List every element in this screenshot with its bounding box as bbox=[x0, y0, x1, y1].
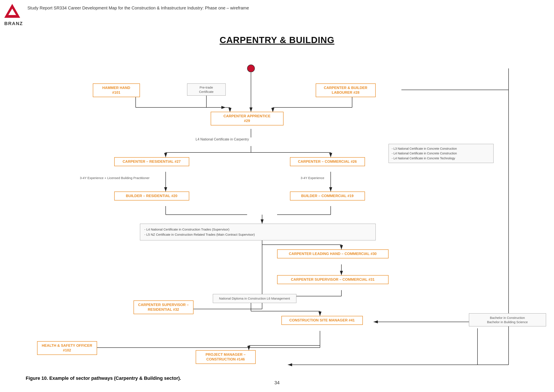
header-title: Study Report SR334 Career Development Ma… bbox=[28, 4, 249, 11]
health-safety-node: HEALTH & SAFETY OFFICER #102 bbox=[37, 341, 97, 355]
experience-34y-label: 3-4Y Experience bbox=[301, 176, 325, 180]
carpenter-residential-node: CARPENTER – RESIDENTIAL #27 bbox=[114, 157, 189, 166]
concrete-note: - L3 National Certificate in Concrete Co… bbox=[388, 144, 494, 163]
header: BRANZ Study Report SR334 Career Developm… bbox=[0, 0, 554, 26]
carpenter-apprentice-node: CARPENTER APPRENTICE #29 bbox=[211, 112, 284, 126]
arrows-svg bbox=[20, 52, 534, 369]
carpenter-supervisor-residential-node: CARPENTER SUPERVISOR – RESIDENTIAL #32 bbox=[133, 301, 194, 314]
bachelor-note-node: Bachelor in Construction Bachelor in Bui… bbox=[469, 313, 546, 326]
page-title: CARPENTRY & BUILDING bbox=[0, 35, 554, 45]
builder-residential-node: BUILDER – RESIDENTIAL #20 bbox=[114, 191, 189, 201]
national-diploma-node: National Diploma in Construction L6 Mana… bbox=[213, 294, 296, 303]
experience-licensed-label: 3-4Y Experience + Licensed Building Prac… bbox=[80, 176, 150, 180]
l4-national-label: L4 National Certificate in Carpentry bbox=[196, 137, 249, 141]
supervisor-cert-node: - L4 National Certificate in Constructio… bbox=[140, 224, 376, 240]
project-manager-node: PROJECT MANAGER – CONSTRUCTION #146 bbox=[196, 350, 256, 364]
carpenter-supervisor-commercial-node: CARPENTER SUPERVISOR – COMMERCIAL #31 bbox=[277, 275, 388, 284]
carpenter-leading-hand-node: CARPENTER LEADING HAND – COMMERCIAL #30 bbox=[277, 249, 388, 259]
logo-container: BRANZ bbox=[4, 4, 24, 26]
diagram-area: HAMMER HAND #101 Pre-trade Certificate C… bbox=[20, 52, 534, 369]
construction-site-manager-node: CONSTRUCTION SITE MANAGER #41 bbox=[281, 316, 363, 325]
carpenter-commercial-node: CARPENTER – COMMERCIAL #26 bbox=[290, 157, 365, 166]
logo-box bbox=[4, 4, 20, 20]
logo-text: BRANZ bbox=[4, 21, 24, 26]
pre-trade-node: Pre-trade Certificate bbox=[187, 84, 226, 96]
logo-white-triangle bbox=[8, 9, 16, 15]
start-circle bbox=[247, 64, 255, 72]
carpenter-builder-labourer-node: CARPENTER & BUILDER LABOURER #28 bbox=[316, 84, 376, 97]
builder-commercial-node: BUILDER – COMMERCIAL #19 bbox=[290, 191, 365, 201]
page-number: 34 bbox=[0, 380, 554, 385]
hammer-hand-node: HAMMER HAND #101 bbox=[93, 84, 140, 97]
